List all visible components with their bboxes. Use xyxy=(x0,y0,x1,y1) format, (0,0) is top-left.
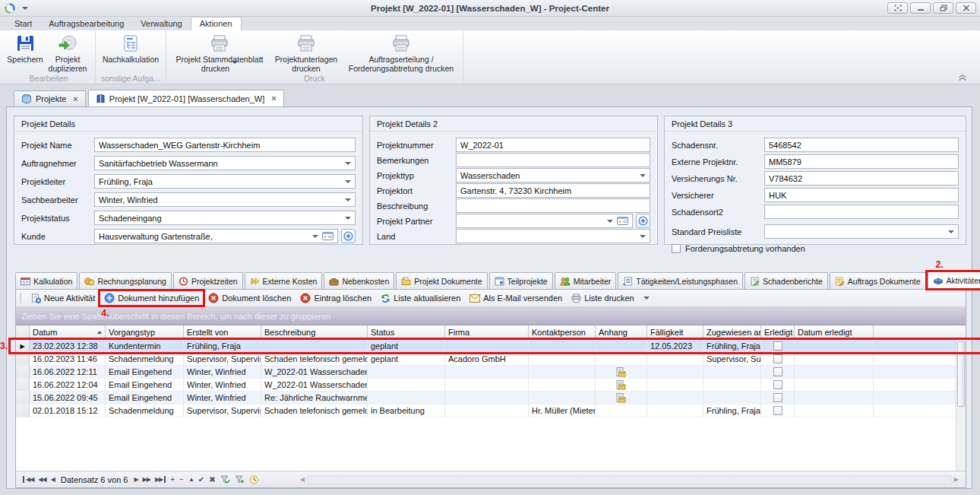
erledigt-checkbox[interactable] xyxy=(773,380,782,389)
cell-datum[interactable]: 16.06.2022 12:11 xyxy=(30,366,106,379)
last-record-icon[interactable]: ▶▶ xyxy=(153,476,168,483)
next-page-icon[interactable]: ▶▶ xyxy=(141,476,153,483)
cell-beschreibung[interactable]: W_2022-01 Wasserschaden_WEG xyxy=(261,366,368,379)
combo-caret-icon[interactable] xyxy=(345,198,351,201)
table-row[interactable]: ▶23.02.2023 12:38KundenterminFrühling, F… xyxy=(16,340,966,353)
grid-header-status[interactable]: Status xyxy=(368,325,445,339)
tab-rechnungsplanung[interactable]: Rechnungsplanung xyxy=(79,272,172,289)
table-row[interactable]: 02.01.2018 15:12SchadenmeldungSupervisor… xyxy=(16,405,966,417)
cell-firma[interactable] xyxy=(445,379,529,392)
cell-erledigt[interactable] xyxy=(761,340,795,353)
cell-firma[interactable] xyxy=(445,340,529,353)
cell-faelligkeit[interactable] xyxy=(647,405,703,417)
combo-caret-icon[interactable] xyxy=(312,235,318,238)
cell-kontaktperson[interactable] xyxy=(529,353,596,366)
combo-caret-icon[interactable] xyxy=(345,217,351,220)
grid-header-beschreibung[interactable]: Beschreibung xyxy=(261,325,368,339)
toolbar-button-liste-aktualisieren[interactable]: Liste aktualisieren xyxy=(376,290,465,306)
cell-vorgangstyp[interactable]: Schadenmeldung xyxy=(106,405,184,417)
cell-datum[interactable]: 23.02.2023 12:38 xyxy=(30,340,106,353)
toolbar-button-dokument-hinzufuegen[interactable]: Dokument hinzufügen4. xyxy=(100,290,204,306)
restore-button[interactable] xyxy=(933,2,953,14)
ribbon-button-speichern[interactable]: Speichern xyxy=(6,33,44,65)
cell-datum[interactable]: 16.02.2023 11:46 xyxy=(30,353,106,366)
cell-erstellt-von[interactable]: Winter, Winfried xyxy=(184,392,261,405)
cell-kontaktperson[interactable]: Hr. Müller (Mieter) xyxy=(529,405,596,417)
cell-vorgangstyp[interactable]: Email Eingehend xyxy=(106,379,184,392)
combo-caret-icon[interactable] xyxy=(948,230,954,233)
combo-caret-icon[interactable] xyxy=(607,220,613,223)
cell-beschreibung[interactable]: Schaden telefonisch gemeldet xyxy=(261,405,368,417)
table-row[interactable]: 15.06.2022 09:45Email EingehendWinter, W… xyxy=(16,392,966,405)
field-versicherer-input[interactable]: HUK xyxy=(764,188,959,202)
cell-erstellt-von[interactable]: Winter, Winfried xyxy=(184,379,261,392)
field-bemerkungen-input[interactable] xyxy=(456,153,650,167)
ribbon-tab-start[interactable]: Start xyxy=(6,17,40,30)
close-button[interactable] xyxy=(956,2,976,14)
cell-firma[interactable] xyxy=(445,392,529,405)
combo-caret-icon[interactable] xyxy=(345,162,351,165)
field-projektnummer-input[interactable]: W_2022-01 xyxy=(456,138,650,152)
erledigt-checkbox[interactable] xyxy=(773,393,782,402)
cell-vorgangstyp[interactable]: Schadenmeldung xyxy=(106,353,184,366)
tab-teilprojekte[interactable]: Teilprojekte xyxy=(489,272,553,289)
cell-faelligkeit[interactable] xyxy=(647,353,703,366)
ribbon-button-projekt-duplizieren[interactable]: Projekt duplizieren xyxy=(44,33,91,75)
field-schadensnr-input[interactable]: 5468542 xyxy=(764,138,959,152)
filter-icon[interactable] xyxy=(218,475,232,484)
post-edit-icon[interactable]: ✔ xyxy=(196,475,207,484)
ribbon-button-projekt-stammdatenblatt-drucken[interactable]: Projekt Stammdatenblatt drucken xyxy=(170,33,269,75)
cell-beschreibung[interactable]: Re: Jährliche Rauchwarnmelderwar xyxy=(261,392,368,405)
minimize-button[interactable] xyxy=(910,2,931,14)
cell-datum-erledigt[interactable] xyxy=(795,392,874,405)
grid-header-faelligkeit[interactable]: Fälligkeit xyxy=(647,325,703,339)
erledigt-checkbox[interactable] xyxy=(773,367,782,376)
cell-erledigt[interactable] xyxy=(761,379,795,392)
document-tab-projekt-w-2022-01-wasserschaden-w[interactable]: Projekt [W_2022-01] [Wasserschaden_W]× xyxy=(88,90,284,106)
grid-header-zugewiesen-an[interactable]: Zugewiesen an xyxy=(703,325,761,339)
close-tab-icon[interactable]: × xyxy=(73,95,77,103)
cell-kontaktperson[interactable] xyxy=(529,392,596,405)
cell-erstellt-von[interactable]: Supervisor, Supervis... xyxy=(184,353,261,366)
cell-status[interactable] xyxy=(368,392,445,405)
prev-record-icon[interactable]: ◀ xyxy=(49,476,57,483)
vertical-scrollbar[interactable] xyxy=(956,340,966,471)
cell-beschreibung[interactable]: Schaden telefonisch gemeldet xyxy=(261,353,368,366)
first-record-icon[interactable]: ◀◀ xyxy=(21,476,36,483)
tab-mitarbeiter[interactable]: Mitarbeiter xyxy=(555,272,617,289)
grid-header-anhang[interactable]: Anhang xyxy=(596,325,647,339)
toolbar-button-eintrag-loeschen[interactable]: Eintrag löschen xyxy=(296,290,376,306)
forderungsabtretung-vorhanden-checkbox[interactable] xyxy=(672,244,681,253)
tab-projekt-dokumente[interactable]: Projekt Dokumente xyxy=(396,272,487,289)
cell-erledigt[interactable] xyxy=(761,366,795,379)
cell-anhang[interactable] xyxy=(596,366,647,379)
hscroll-track[interactable] xyxy=(307,475,952,484)
cell-faelligkeit[interactable] xyxy=(647,379,703,392)
erledigt-checkbox[interactable] xyxy=(773,406,782,415)
cell-vorgangstyp[interactable]: Kundentermin xyxy=(106,340,184,353)
cell-erledigt[interactable] xyxy=(761,405,795,417)
table-row[interactable]: 16.06.2022 12:04Email EingehendWinter, W… xyxy=(16,379,966,392)
cell-zugewiesen-an[interactable] xyxy=(703,392,761,405)
cell-datum[interactable]: 15.06.2022 09:45 xyxy=(30,392,106,405)
field-versicherungs-nr-input[interactable]: V784632 xyxy=(764,171,959,186)
cell-zugewiesen-an[interactable] xyxy=(703,366,761,379)
ribbon-button-nachkalkulation[interactable]: Nachkalkulation xyxy=(100,33,162,65)
cell-zugewiesen-an[interactable]: Frühling, Fraja xyxy=(703,405,761,417)
cell-datum[interactable]: 16.06.2022 12:04 xyxy=(30,379,106,392)
toolbar-button-liste-drucken[interactable]: Liste drucken xyxy=(567,290,638,306)
fit-screen-button[interactable] xyxy=(887,2,908,14)
cell-datum-erledigt[interactable] xyxy=(795,366,874,379)
grid-header-vorgangstyp[interactable]: Vorgangstyp xyxy=(106,325,184,339)
field-land-input[interactable] xyxy=(456,229,650,243)
custom-filter-icon[interactable] xyxy=(232,475,247,484)
cell-datum-erledigt[interactable] xyxy=(795,405,874,417)
cell-faelligkeit[interactable]: 12.05.2023 xyxy=(647,340,703,353)
cancel-edit-icon[interactable]: ✖ xyxy=(207,475,217,484)
field-standard-preisliste-input[interactable] xyxy=(764,224,959,239)
erledigt-checkbox[interactable] xyxy=(773,341,782,351)
close-tab-icon[interactable]: × xyxy=(271,94,276,103)
tab-projektzeiten[interactable]: Projektzeiten xyxy=(173,272,243,289)
toolbar-button-neue-aktivitaet[interactable]: Neue Aktivität xyxy=(27,290,100,306)
grid-header-datum[interactable]: Datum xyxy=(30,325,106,339)
